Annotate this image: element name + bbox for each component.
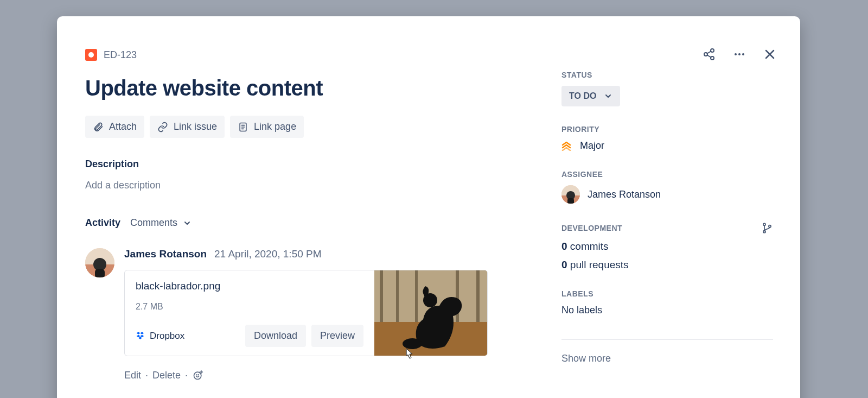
comment-author-name[interactable]: James Rotanson — [124, 248, 207, 260]
attachment-filename: black-labrador.png — [136, 280, 363, 292]
link-icon — [157, 122, 168, 132]
svg-point-18 — [196, 375, 197, 375]
issue-key: ED-123 — [104, 49, 137, 61]
comment-body: James Rotanson 21 April, 2020, 1:50 PM b… — [124, 248, 529, 381]
priority-label: PRIORITY — [561, 125, 773, 134]
link-issue-button[interactable]: Link issue — [150, 116, 225, 138]
commits-word: commits — [570, 241, 609, 252]
comment-author-avatar[interactable] — [85, 248, 114, 277]
svg-line-25 — [707, 52, 711, 54]
dropbox-icon — [136, 331, 145, 341]
comment: James Rotanson 21 April, 2020, 1:50 PM b… — [85, 248, 529, 381]
git-branch-icon — [762, 223, 773, 233]
chevron-down-icon — [183, 219, 192, 228]
attach-label: Attach — [109, 121, 137, 132]
close-icon — [763, 48, 776, 61]
comment-edit-link[interactable]: Edit — [124, 370, 141, 381]
side-panel-fields: STATUS TO DO PRIORITY Major ASSIGNEE — [561, 47, 773, 364]
pull-requests-line[interactable]: 0 pull requests — [561, 259, 773, 271]
priority-major-icon — [561, 141, 571, 151]
share-icon — [703, 48, 716, 61]
page-icon — [238, 122, 248, 132]
more-actions-button[interactable] — [732, 47, 747, 62]
avatar-image — [85, 248, 114, 277]
svg-point-17 — [194, 372, 201, 379]
side-divider — [561, 339, 773, 340]
svg-point-16 — [403, 338, 422, 349]
labels-field[interactable]: LABELS No labels — [561, 289, 773, 316]
svg-rect-35 — [567, 198, 574, 204]
svg-rect-7 — [95, 269, 105, 277]
activity-filter-dropdown[interactable]: Comments — [130, 217, 192, 229]
attachment-footer: Dropbox Download Preview — [136, 325, 363, 347]
commits-line[interactable]: 0 commits — [561, 241, 773, 252]
status-value: TO DO — [569, 91, 596, 101]
svg-line-26 — [707, 55, 711, 58]
issue-side-panel: STATUS TO DO PRIORITY Major ASSIGNEE — [561, 16, 800, 398]
attachment-source-label: Dropbox — [150, 331, 184, 342]
chevron-down-icon — [604, 92, 612, 100]
attachment-source[interactable]: Dropbox — [136, 331, 184, 342]
issue-dialog: ED-123 Update website content Attach Lin… — [57, 16, 800, 398]
thumbnail-image — [374, 270, 487, 356]
close-button[interactable] — [762, 47, 777, 62]
preview-button[interactable]: Preview — [311, 325, 363, 347]
attachment-thumbnail[interactable] — [374, 270, 487, 356]
issue-main-column: ED-123 Update website content Attach Lin… — [57, 16, 561, 398]
svg-point-29 — [742, 53, 744, 55]
svg-point-27 — [735, 53, 737, 55]
attachment-filesize: 2.7 MB — [136, 302, 363, 312]
add-reaction-button[interactable] — [192, 369, 204, 381]
pull-requests-count: 0 — [561, 259, 567, 270]
separator: · — [145, 370, 148, 381]
activity-filter-value: Comments — [130, 217, 177, 229]
activity-header: Activity Comments — [85, 217, 529, 229]
assignee-label: ASSIGNEE — [561, 170, 773, 179]
link-page-label: Link page — [254, 121, 296, 132]
attachment-card[interactable]: black-labrador.png 2.7 MB Dropbox Downlo… — [124, 270, 488, 356]
description-label: Description — [85, 159, 529, 170]
development-label: DEVELOPMENT — [561, 224, 622, 232]
priority-value: Major — [580, 140, 604, 151]
comment-timestamp: 21 April, 2020, 1:50 PM — [214, 248, 322, 260]
labels-value: No labels — [561, 305, 602, 316]
separator: · — [185, 370, 188, 381]
attachment-info: black-labrador.png 2.7 MB Dropbox Downlo… — [125, 270, 374, 356]
emoji-add-icon — [193, 370, 203, 381]
download-label: Download — [254, 330, 297, 342]
comment-header: James Rotanson 21 April, 2020, 1:50 PM — [124, 248, 529, 260]
svg-rect-14 — [476, 270, 480, 322]
share-button[interactable] — [701, 47, 717, 62]
breadcrumb[interactable]: ED-123 — [85, 49, 529, 61]
status-label: STATUS — [561, 71, 773, 79]
assignee-avatar — [561, 185, 580, 204]
download-button[interactable]: Download — [245, 325, 306, 347]
issue-title[interactable]: Update website content — [85, 76, 529, 100]
more-horizontal-icon — [733, 48, 746, 61]
commits-count: 0 — [561, 241, 567, 252]
paperclip-icon — [93, 122, 104, 132]
svg-rect-10 — [380, 270, 383, 322]
link-issue-label: Link issue — [174, 121, 217, 132]
description-placeholder[interactable]: Add a description — [85, 180, 529, 191]
activity-label: Activity — [85, 217, 120, 229]
development-field: DEVELOPMENT 0 commits 0 pull requests — [561, 222, 773, 271]
priority-field[interactable]: PRIORITY Major — [561, 125, 773, 151]
svg-point-19 — [199, 375, 199, 375]
status-dropdown[interactable]: TO DO — [561, 86, 620, 106]
issue-type-icon — [85, 49, 97, 61]
attachment-actions: Download Preview — [245, 325, 363, 347]
attach-button[interactable]: Attach — [85, 116, 144, 138]
link-page-button[interactable]: Link page — [230, 116, 304, 138]
show-more-link[interactable]: Show more — [561, 353, 611, 364]
issue-actions-toolbar: Attach Link issue Link page — [85, 116, 529, 138]
svg-point-28 — [738, 53, 741, 55]
comment-delete-link[interactable]: Delete — [152, 370, 181, 381]
assignee-field[interactable]: ASSIGNEE James Rotanson — [561, 170, 773, 204]
create-branch-button[interactable] — [761, 222, 773, 234]
dialog-top-actions — [701, 47, 777, 62]
preview-label: Preview — [320, 330, 355, 342]
labels-label: LABELS — [561, 289, 773, 298]
svg-rect-12 — [415, 270, 418, 322]
pull-requests-word: pull requests — [570, 259, 629, 270]
